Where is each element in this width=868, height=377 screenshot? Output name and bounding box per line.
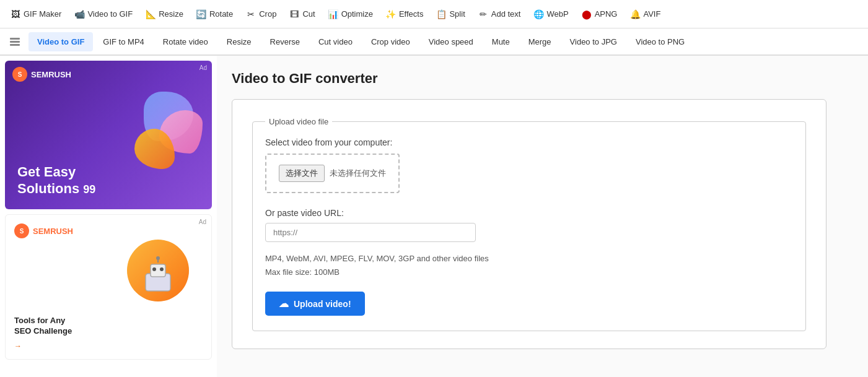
gif-maker-icon: 🖼 (10, 9, 21, 19)
svg-rect-1 (10, 41, 20, 43)
svg-rect-0 (10, 38, 20, 40)
sub-nav: Video to GIF GIF to MP4 Rotate video Res… (0, 28, 868, 56)
nav-item-avif[interactable]: 🔔 AVIF (625, 6, 665, 23)
sub-nav-video-to-png[interactable]: Video to PNG (627, 32, 693, 51)
sub-nav-video-to-jpg[interactable]: Video to JPG (561, 32, 626, 51)
sub-nav-resize[interactable]: Resize (218, 32, 260, 51)
nav-item-crop[interactable]: ✂ Crop (240, 6, 281, 23)
format-info: MP4, WebM, AVI, MPEG, FLV, MOV, 3GP and … (265, 252, 793, 279)
ad2-label: Ad (199, 219, 206, 225)
ad1-label: Ad (199, 64, 207, 71)
nav-item-apng[interactable]: ⬤ APNG (576, 6, 623, 23)
upload-icon: ☁ (279, 298, 289, 310)
sub-nav-gif-to-mp4[interactable]: GIF to MP4 (94, 32, 152, 51)
rotate-icon: 🔄 (196, 9, 207, 19)
format-line1: MP4, WebM, AVI, MPEG, FLV, MOV, 3GP and … (265, 252, 793, 266)
select-label: Select video from your computer: (265, 137, 793, 147)
nav-item-apng-label: APNG (595, 9, 618, 19)
sub-nav-mute[interactable]: Mute (483, 32, 519, 51)
sidebar: Ad S SEMRUSH Get EasySolutions 99 Ad S S… (0, 56, 217, 377)
nav-item-avif-label: AVIF (643, 9, 660, 19)
apng-icon: ⬤ (581, 9, 592, 19)
file-no-chosen-label: 未选择任何文件 (330, 168, 386, 179)
nav-item-add-text[interactable]: ✏ Add text (473, 6, 526, 23)
nav-item-gif-maker-label: GIF Maker (24, 9, 61, 19)
content-area: Video to GIF converter Upload video file… (217, 56, 868, 377)
nav-item-resize[interactable]: 📐 Resize (140, 6, 188, 23)
split-icon: 📋 (436, 9, 447, 19)
sub-nav-cut-video[interactable]: Cut video (310, 32, 361, 51)
ad2-illustration (127, 240, 201, 314)
sub-nav-video-to-gif[interactable]: Video to GIF (28, 32, 93, 51)
nav-item-optimize[interactable]: 📊 Optimize (323, 6, 378, 23)
nav-item-resize-label: Resize (159, 9, 183, 19)
nav-item-gif-maker[interactable]: 🖼 GIF Maker (5, 6, 66, 23)
format-line2: Max file size: 100MB (265, 266, 793, 279)
sub-nav-reverse[interactable]: Reverse (261, 32, 309, 51)
nav-item-video-to-gif[interactable]: 📹 Video to GIF (69, 6, 138, 23)
upload-button[interactable]: ☁ Upload video! (265, 292, 365, 316)
nav-item-crop-label: Crop (259, 9, 276, 19)
page-title: Video to GIF converter (232, 71, 853, 87)
semrush-icon-2: S (14, 223, 29, 238)
sub-nav-merge[interactable]: Merge (520, 32, 560, 51)
sub-nav-crop-video[interactable]: Crop video (362, 32, 419, 51)
top-nav: 🖼 GIF Maker 📹 Video to GIF 📐 Resize 🔄 Ro… (0, 0, 868, 28)
nav-item-video-to-gif-label: Video to GIF (87, 9, 133, 19)
nav-item-webp-label: WebP (546, 9, 568, 19)
nav-item-split-label: Split (449, 9, 465, 19)
svg-point-9 (156, 256, 160, 260)
optimize-icon: 📊 (328, 9, 339, 19)
cut-icon: 🎞 (289, 9, 300, 19)
upload-fieldset: Upload video file Select video from your… (252, 117, 806, 331)
crop-icon: ✂ (245, 9, 256, 19)
upload-card: Upload video file Select video from your… (232, 99, 826, 349)
sub-nav-home-icon[interactable] (5, 32, 25, 51)
ad1-shapes (107, 85, 206, 172)
nav-item-effects-label: Effects (399, 9, 424, 19)
illustration-circle (127, 240, 189, 301)
effects-icon: ✨ (385, 9, 397, 19)
nav-item-effects[interactable]: ✨ Effects (380, 6, 429, 23)
svg-rect-5 (151, 264, 165, 277)
webp-icon: 🌐 (533, 9, 544, 19)
nav-item-cut[interactable]: 🎞 Cut (284, 6, 320, 23)
sub-nav-video-speed[interactable]: Video speed (420, 32, 482, 51)
add-text-icon: ✏ (478, 9, 489, 19)
video-to-gif-icon: 📹 (74, 9, 85, 19)
nav-item-split[interactable]: 📋 Split (431, 6, 470, 23)
ad2-cta[interactable]: → (14, 342, 22, 350)
semrush-icon-1: S (12, 67, 27, 82)
ad-box-1[interactable]: Ad S SEMRUSH Get EasySolutions 99 (5, 61, 212, 209)
sub-nav-rotate-video[interactable]: Rotate video (154, 32, 217, 51)
url-input[interactable] (265, 223, 476, 242)
file-choose-button[interactable]: 选择文件 (279, 165, 325, 182)
ad2-headline: Tools for AnySEO Challenge (14, 316, 72, 337)
nav-item-optimize-label: Optimize (341, 9, 373, 19)
nav-item-webp[interactable]: 🌐 WebP (528, 6, 573, 23)
upload-btn-label: Upload video! (294, 299, 351, 309)
svg-point-6 (152, 267, 156, 271)
ad2-logo: S SEMRUSH (14, 223, 73, 238)
file-input-area[interactable]: 选择文件 未选择任何文件 (265, 154, 400, 193)
main-layout: Ad S SEMRUSH Get EasySolutions 99 Ad S S… (0, 56, 868, 377)
nav-item-rotate-label: Rotate (209, 9, 233, 19)
nav-item-rotate[interactable]: 🔄 Rotate (191, 6, 238, 23)
svg-rect-2 (10, 44, 20, 46)
nav-item-add-text-label: Add text (491, 9, 521, 19)
ad2-text-block: Tools for AnySEO Challenge → (14, 316, 72, 350)
ad1-headline: Get EasySolutions 99 (17, 164, 95, 197)
upload-fieldset-legend: Upload video file (265, 117, 332, 126)
svg-point-7 (160, 267, 164, 271)
nav-item-cut-label: Cut (302, 9, 315, 19)
ad-box-2[interactable]: Ad S SEMRUSH (5, 214, 212, 360)
avif-icon: 🔔 (629, 9, 641, 19)
ad1-logo: S SEMRUSH (12, 67, 71, 82)
resize-icon: 📐 (145, 9, 156, 19)
url-label: Or paste video URL: (265, 208, 793, 218)
